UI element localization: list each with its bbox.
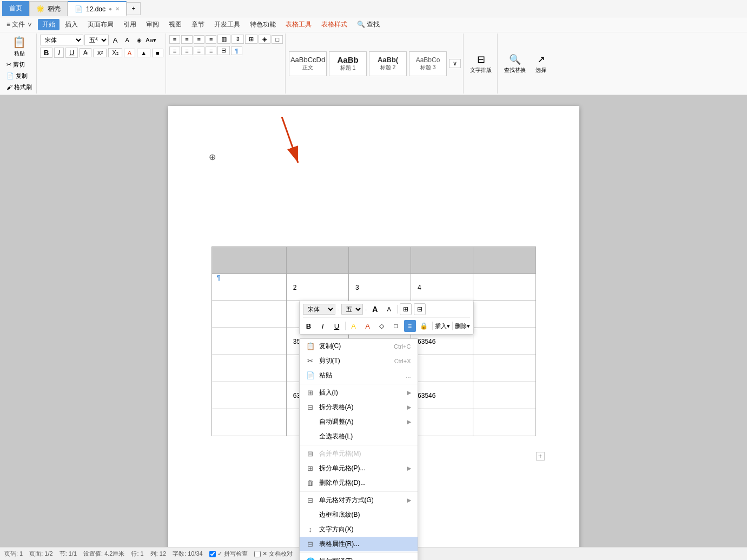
ft-insert-button[interactable]: 插入▾ bbox=[435, 322, 450, 330]
para-mark-button[interactable]: ¶ bbox=[231, 46, 242, 55]
menu-chapter[interactable]: 章节 bbox=[187, 19, 209, 30]
shade-button[interactable]: ◈ bbox=[259, 35, 270, 44]
cm-auto-fit[interactable]: 自动调整(A) ▶ bbox=[300, 415, 418, 429]
menu-table-tool[interactable]: 表格工具 bbox=[281, 19, 316, 30]
table-cell[interactable] bbox=[473, 409, 536, 436]
ft-delete-button[interactable]: 删除▾ bbox=[455, 322, 470, 330]
cm-cut[interactable]: ✂ 剪切(T) Ctrl+X bbox=[300, 354, 418, 368]
menu-layout[interactable]: 页面布局 bbox=[83, 19, 118, 30]
table-cell[interactable] bbox=[211, 355, 286, 382]
list-dist-button[interactable]: ⊟ bbox=[217, 46, 230, 55]
table-cell[interactable]: 3 bbox=[348, 274, 411, 301]
ft-font-color-button[interactable]: A bbox=[362, 320, 374, 332]
menu-view[interactable]: 视图 bbox=[164, 19, 186, 30]
column-button[interactable]: ▥ bbox=[217, 35, 230, 44]
doc-check-checkbox[interactable] bbox=[254, 551, 261, 557]
table-cell[interactable]: 2 bbox=[286, 274, 348, 301]
table-cell[interactable] bbox=[411, 409, 473, 436]
table-cell[interactable] bbox=[211, 382, 286, 409]
underline-button[interactable]: U bbox=[65, 48, 78, 58]
cm-table-props[interactable]: ⊟ 表格属性(R)... bbox=[300, 537, 418, 551]
highlight-button[interactable]: ▲ bbox=[137, 49, 150, 57]
select-button[interactable]: ↗ 选择 bbox=[530, 52, 552, 75]
font-shrink-button[interactable]: A bbox=[122, 35, 133, 45]
table-cell[interactable] bbox=[348, 247, 411, 274]
find-replace-button[interactable]: 🔍 查找替换 bbox=[501, 52, 529, 75]
cm-split-cell[interactable]: ⊞ 拆分单元格(P)... ▶ bbox=[300, 461, 418, 476]
menu-review[interactable]: 审阅 bbox=[142, 19, 163, 30]
status-spell-check[interactable]: ✓ 拼写检查 bbox=[209, 550, 248, 558]
ft-table-view2[interactable]: ⊟ bbox=[414, 303, 426, 315]
bold-button[interactable]: B bbox=[40, 48, 52, 58]
menu-special[interactable]: 特色功能 bbox=[246, 19, 280, 30]
table-cell[interactable] bbox=[211, 328, 286, 355]
ft-align-button[interactable]: ≡ bbox=[404, 320, 416, 332]
cm-text-dir[interactable]: ↕ 文字方向(X) bbox=[300, 522, 418, 537]
table-cell[interactable] bbox=[211, 274, 286, 301]
style-h1[interactable]: AaBb 标题 1 bbox=[329, 51, 367, 76]
list-center-button[interactable]: ≡ bbox=[181, 46, 192, 55]
table-cell[interactable]: 4 bbox=[411, 274, 473, 301]
menu-table-style[interactable]: 表格样式 bbox=[317, 19, 352, 30]
tab-doc[interactable]: 📄 12.doc ● ✕ bbox=[68, 1, 127, 16]
font-size-select[interactable]: 五号 bbox=[84, 35, 109, 45]
spell-check-checkbox[interactable] bbox=[209, 551, 216, 557]
justify-button[interactable]: ≡ bbox=[206, 35, 216, 44]
cm-split-table[interactable]: ⊟ 拆分表格(A) ▶ bbox=[300, 400, 418, 415]
superscript-button[interactable]: X² bbox=[93, 49, 107, 57]
tab-close-icon[interactable]: ✕ bbox=[115, 6, 120, 12]
add-row-button[interactable]: + bbox=[536, 452, 545, 461]
clear-format-button[interactable]: ◈ bbox=[134, 35, 144, 45]
cm-delete-cell[interactable]: 🗑 删除单元格(D)... bbox=[300, 476, 418, 490]
table-cell[interactable] bbox=[473, 301, 536, 328]
table-cell[interactable] bbox=[473, 355, 536, 382]
ft-shrink-button[interactable]: A bbox=[383, 303, 395, 315]
ft-italic-button[interactable]: I bbox=[317, 320, 329, 332]
cut-button[interactable]: ✂ 剪切 bbox=[4, 59, 34, 70]
status-doc-check[interactable]: ✕ 文档校对 bbox=[254, 550, 293, 558]
ft-size-select[interactable]: 五号 bbox=[341, 304, 363, 315]
ft-border-button[interactable]: □ bbox=[390, 320, 402, 332]
ft-table-view1[interactable]: ⊞ bbox=[400, 303, 412, 315]
cm-insert[interactable]: ⊞ 插入(I) ▶ bbox=[300, 385, 418, 400]
table-cell[interactable] bbox=[473, 382, 536, 409]
copy-button[interactable]: 📄 复制 bbox=[4, 71, 34, 81]
text-layout-button[interactable]: ⊟ 文字排版 bbox=[467, 52, 495, 75]
tab-new[interactable]: + bbox=[127, 2, 141, 15]
table-cell[interactable] bbox=[473, 274, 536, 301]
border-btn[interactable]: □ bbox=[272, 35, 283, 44]
table-cell[interactable] bbox=[411, 247, 473, 274]
tab-home[interactable]: 首页 bbox=[2, 1, 29, 16]
ft-underline-button[interactable]: U bbox=[331, 320, 343, 332]
list-left-button[interactable]: ≡ bbox=[169, 46, 180, 55]
strikethrough-button[interactable]: A̶ bbox=[80, 48, 91, 57]
ft-bold-button[interactable]: B bbox=[303, 320, 315, 332]
style-more-button[interactable]: ∨ bbox=[449, 59, 461, 68]
convert-case-button[interactable]: Aa▾ bbox=[146, 35, 156, 45]
italic-button[interactable]: I bbox=[54, 48, 64, 58]
menu-insert[interactable]: 插入 bbox=[61, 19, 82, 30]
tab-wps[interactable]: 🌟 稻壳 bbox=[29, 1, 68, 16]
table-cell[interactable] bbox=[286, 247, 348, 274]
list-justify-button[interactable]: ≡ bbox=[206, 46, 216, 55]
ft-grow-button[interactable]: A bbox=[369, 303, 381, 315]
table-cell[interactable] bbox=[211, 301, 286, 328]
align-center-button[interactable]: ≡ bbox=[181, 35, 192, 44]
style-h2[interactable]: AaBb( 标题 2 bbox=[369, 51, 407, 76]
cm-paste[interactable]: 📄 粘贴 ... bbox=[300, 368, 418, 383]
menu-start[interactable]: 开始 bbox=[38, 19, 60, 30]
align-right-button[interactable]: ≡ bbox=[194, 35, 204, 44]
paste-button[interactable]: 📋 粘贴 bbox=[9, 35, 30, 58]
align-left-button[interactable]: ≡ bbox=[169, 35, 180, 44]
table-cell[interactable] bbox=[211, 247, 286, 274]
table-cell[interactable] bbox=[411, 355, 473, 382]
char-shade-button[interactable]: ■ bbox=[152, 49, 163, 57]
menu-developer[interactable]: 开发工具 bbox=[210, 19, 244, 30]
menu-search[interactable]: 🔍 查找 bbox=[353, 19, 384, 30]
table-cell[interactable]: 63546 bbox=[411, 382, 473, 409]
table-cell[interactable] bbox=[473, 247, 536, 274]
para-spacing-button[interactable]: ⇕ bbox=[232, 35, 244, 44]
font-color-button[interactable]: A bbox=[124, 49, 135, 57]
menu-reference[interactable]: 引用 bbox=[119, 19, 141, 30]
cm-border-shade[interactable]: 边框和底纹(B) bbox=[300, 508, 418, 522]
